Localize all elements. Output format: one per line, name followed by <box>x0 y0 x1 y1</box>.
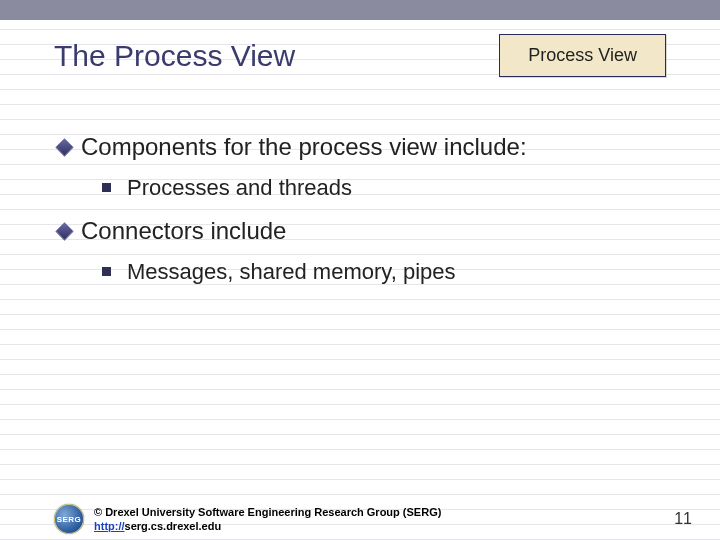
sub-list: Messages, shared memory, pipes <box>102 259 684 285</box>
list-item: Messages, shared memory, pipes <box>102 259 684 285</box>
logo-text: SERG <box>57 515 82 524</box>
list-item: Components for the process view include:… <box>54 133 684 201</box>
footer-link[interactable]: http:// <box>94 520 125 532</box>
footer-link-rest: serg.cs.drexel.edu <box>125 520 222 532</box>
topic-badge: Process View <box>499 34 666 77</box>
square-icon <box>102 183 111 192</box>
footer: SERG © Drexel University Software Engine… <box>54 504 700 534</box>
slide-content: The Process View Process View Components… <box>0 0 720 285</box>
bullet-list: Components for the process view include:… <box>54 133 684 285</box>
page-number: 11 <box>674 510 700 528</box>
square-icon <box>102 267 111 276</box>
bullet-text: Connectors include <box>81 217 286 244</box>
header-row: The Process View Process View <box>54 34 684 77</box>
sub-list: Processes and threads <box>102 175 684 201</box>
list-item: Connectors include Messages, shared memo… <box>54 217 684 285</box>
copyright-text: © Drexel University Software Engineering… <box>94 505 441 519</box>
footer-link-line: http://serg.cs.drexel.edu <box>94 519 441 533</box>
copyright-block: © Drexel University Software Engineering… <box>94 505 441 534</box>
sub-bullet-text: Messages, shared memory, pipes <box>127 259 456 284</box>
list-item: Processes and threads <box>102 175 684 201</box>
page-title: The Process View <box>54 39 295 73</box>
diamond-icon <box>55 138 73 156</box>
serg-logo: SERG <box>54 504 84 534</box>
sub-bullet-text: Processes and threads <box>127 175 352 200</box>
diamond-icon <box>55 222 73 240</box>
bullet-text: Components for the process view include: <box>81 133 527 160</box>
